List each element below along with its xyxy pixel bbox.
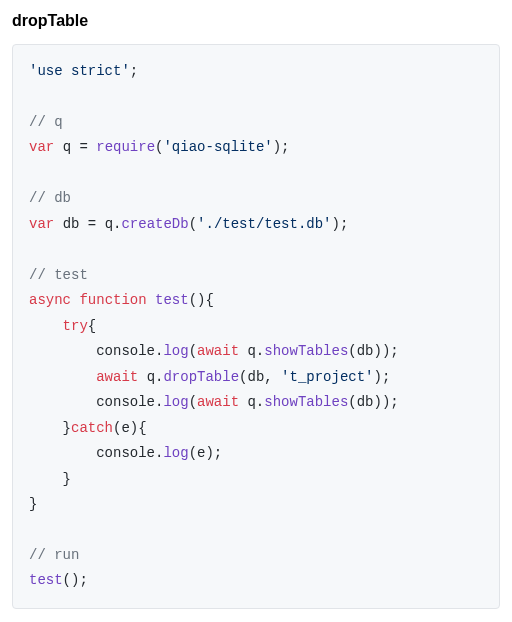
code-line: await q.dropTable(db, 't_project');	[29, 369, 390, 385]
code-block: 'use strict'; // q var q = require('qiao…	[12, 44, 500, 609]
code-line: try{	[29, 318, 96, 334]
code-line: }	[29, 496, 37, 512]
code-line: // test	[29, 267, 88, 283]
code-line: // q	[29, 114, 63, 130]
code-line: console.log(e);	[29, 445, 222, 461]
code-line: test();	[29, 572, 88, 588]
code-line: var db = q.createDb('./test/test.db');	[29, 216, 348, 232]
code-line: }catch(e){	[29, 420, 147, 436]
code-line: async function test(){	[29, 292, 214, 308]
code-line: 'use strict';	[29, 63, 138, 79]
code-line: console.log(await q.showTables(db));	[29, 343, 399, 359]
code-line: }	[29, 471, 71, 487]
code-line: // run	[29, 547, 79, 563]
section-heading: dropTable	[12, 12, 500, 30]
code-line: console.log(await q.showTables(db));	[29, 394, 399, 410]
code-line: var q = require('qiao-sqlite');	[29, 139, 290, 155]
code-line: // db	[29, 190, 71, 206]
